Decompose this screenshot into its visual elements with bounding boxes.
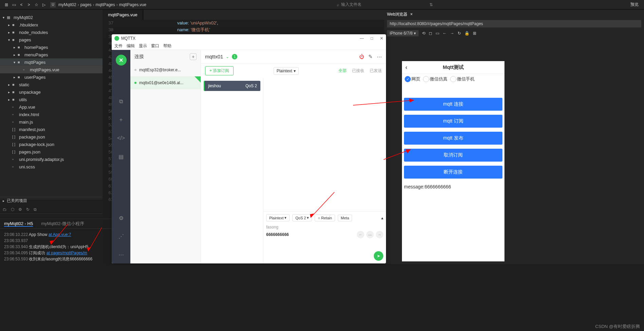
rotate-icon[interactable]: ⟲ bbox=[422, 31, 425, 36]
tree-item[interactable]: ▫main.js bbox=[0, 118, 103, 126]
phone-action-button[interactable]: 取消订阅 bbox=[404, 149, 502, 162]
phone-back-icon[interactable]: ‹ bbox=[405, 64, 407, 71]
link-icon[interactable]: ⧉ bbox=[34, 207, 37, 212]
device-select[interactable]: iPhone 6/7/8 ▾ bbox=[387, 30, 419, 36]
menu-item[interactable]: 帮助 bbox=[163, 43, 171, 49]
message-input[interactable]: 6666666666 bbox=[266, 231, 357, 238]
filter-tab-sent[interactable]: 已发送 bbox=[370, 68, 382, 74]
tree-item[interactable]: ▫mqttPages.vue bbox=[0, 66, 103, 73]
gear-icon[interactable]: ⚙ bbox=[116, 213, 126, 223]
connection-item[interactable]: mqttx01@se0e1486.al... bbox=[130, 76, 201, 89]
minimize-icon[interactable]: — bbox=[360, 36, 364, 41]
tree-item[interactable]: ▾■mqttPages bbox=[0, 58, 103, 66]
database-icon[interactable]: ▤ bbox=[116, 152, 126, 161]
star-icon[interactable]: ☆ bbox=[33, 1, 40, 8]
phone-action-button[interactable]: mqtt 订阅 bbox=[404, 115, 502, 128]
tree-item[interactable]: [ ]pages.json bbox=[0, 148, 103, 155]
tree-item[interactable]: ▫index.html bbox=[0, 111, 103, 118]
breadcrumb-item[interactable]: mqttPages.vue bbox=[119, 2, 146, 7]
close-icon[interactable]: × bbox=[410, 12, 412, 17]
console-tab[interactable]: myMqtt02-微信小程序 bbox=[41, 221, 84, 227]
tree-item[interactable]: ▸■.hbuilderx bbox=[0, 21, 103, 29]
bug-icon[interactable]: ⬡ bbox=[11, 207, 14, 212]
meta-button[interactable]: Meta bbox=[338, 215, 352, 221]
add-subscription-button[interactable]: + 添加订阅 bbox=[205, 66, 234, 75]
browser-tab[interactable]: Web浏览器 × bbox=[387, 12, 412, 17]
plus-icon[interactable]: + bbox=[116, 115, 126, 125]
lock-icon[interactable]: 🔒 bbox=[464, 31, 470, 36]
closed-projects[interactable]: ▸ 已关闭项目 bbox=[0, 197, 103, 204]
filter-tab-received[interactable]: 已接收 bbox=[352, 68, 364, 74]
filter-tab-all[interactable]: 全部 bbox=[338, 68, 347, 74]
power-icon[interactable]: ⏻ bbox=[359, 54, 364, 59]
console-link[interactable]: at pages/mqttPages/m bbox=[47, 251, 87, 255]
expand-icon[interactable]: ◻ bbox=[429, 31, 432, 36]
tree-item[interactable]: ▾■pages bbox=[0, 36, 103, 43]
rss-icon[interactable]: ⋰ bbox=[116, 232, 126, 241]
phone-action-button[interactable]: mqtt 连接 bbox=[404, 98, 502, 111]
grid-icon[interactable]: ⊞ bbox=[473, 31, 476, 36]
back-icon[interactable]: ← bbox=[443, 31, 447, 36]
clear-icon[interactable]: — bbox=[366, 231, 374, 238]
format-select[interactable]: Plaintext ▾ bbox=[274, 67, 299, 75]
menu-item[interactable]: 窗口 bbox=[151, 43, 159, 49]
mqttx-avatar-icon[interactable]: ✕ bbox=[116, 55, 127, 66]
tree-item[interactable]: ▫uni.promisify.adaptor.js bbox=[0, 155, 103, 163]
code-icon[interactable]: </> bbox=[116, 133, 126, 143]
payload-format-select[interactable]: Plaintext ▾ bbox=[266, 214, 290, 221]
forward-icon[interactable]: → bbox=[450, 31, 454, 36]
send-button[interactable]: ➤ bbox=[374, 251, 383, 261]
breadcrumb-item[interactable]: mqttPages bbox=[95, 2, 115, 7]
more-icon[interactable]: ⋯ bbox=[116, 250, 126, 259]
preview-button[interactable]: 预览 bbox=[628, 1, 641, 8]
phone-action-button[interactable]: mqtt 发布 bbox=[404, 132, 502, 145]
breadcrumb-item[interactable]: pages bbox=[80, 2, 92, 7]
mqttx-title-bar[interactable]: MQTTX — □ ✕ bbox=[112, 34, 386, 42]
nav-back-icon[interactable]: < bbox=[18, 1, 25, 8]
connection-item[interactable]: mqttEsp32@broker.e... bbox=[130, 63, 201, 76]
add-connection-button[interactable]: + bbox=[190, 53, 197, 60]
expand-icon[interactable]: ⌄ bbox=[226, 54, 229, 59]
refresh-icon[interactable]: ↻ bbox=[26, 207, 30, 212]
console-tab[interactable]: myMqtt02 - H5 bbox=[4, 221, 33, 227]
tree-item[interactable]: ▸■userPages bbox=[0, 73, 103, 81]
folder-icon[interactable]: 🗀 bbox=[3, 207, 7, 212]
sidebar-toggle-icon[interactable]: ⊞ bbox=[3, 1, 10, 8]
tree-item[interactable]: ▫App.vue bbox=[0, 103, 103, 111]
editor-tab[interactable]: mqttPages.vue bbox=[103, 10, 143, 20]
console-link[interactable]: at App.vue:7 bbox=[49, 232, 71, 237]
more-icon[interactable]: ⋯ bbox=[377, 54, 382, 60]
phone-action-button[interactable]: 断开连接 bbox=[404, 166, 502, 179]
tree-root[interactable]: ▾ ▦ myMqtt02 bbox=[0, 14, 103, 21]
tree-item[interactable]: ▸■static bbox=[0, 81, 103, 88]
search-file[interactable]: ⌕ 输入文件名 bbox=[337, 2, 362, 7]
subscription-item[interactable]: jieshou QoS 2 bbox=[204, 81, 260, 91]
next-icon[interactable]: → bbox=[376, 231, 383, 238]
settings-icon[interactable]: ⚙ bbox=[18, 207, 22, 212]
radio-web[interactable] bbox=[405, 76, 411, 82]
prev-icon[interactable]: ← bbox=[357, 231, 364, 238]
menu-item[interactable]: 显示 bbox=[139, 43, 147, 49]
copy-icon[interactable]: ⧉ bbox=[116, 97, 126, 106]
radio-phone[interactable] bbox=[450, 76, 456, 82]
tree-item[interactable]: [ ]package.json bbox=[0, 133, 103, 141]
tree-item[interactable]: [ ]package-lock.json bbox=[0, 141, 103, 148]
tree-item[interactable]: ▫uni.scss bbox=[0, 163, 103, 170]
retain-toggle[interactable]: ○ Retain bbox=[315, 215, 335, 221]
edit-icon[interactable]: ✎ bbox=[368, 54, 373, 60]
save-icon[interactable]: ▭ bbox=[10, 1, 18, 8]
close-icon[interactable]: ✕ bbox=[380, 36, 383, 41]
tree-item[interactable]: ▸■utils bbox=[0, 96, 103, 103]
newwin-icon[interactable]: ▭ bbox=[436, 31, 439, 36]
radio-sim[interactable] bbox=[423, 76, 429, 82]
run-icon[interactable]: ▷ bbox=[40, 1, 48, 8]
qos-select[interactable]: QoS 2 ▾ bbox=[292, 214, 312, 221]
breadcrumb-item[interactable]: myMqtt02 bbox=[58, 2, 76, 7]
tree-item[interactable]: ▸■node_modules bbox=[0, 29, 103, 36]
menu-item[interactable]: 编辑 bbox=[127, 43, 135, 49]
tree-item[interactable]: ▸■homePages bbox=[0, 43, 103, 51]
tree-item[interactable]: ▸■unpackage bbox=[0, 88, 103, 96]
tree-item[interactable]: ▸■menuPages bbox=[0, 51, 103, 58]
menu-item[interactable]: 文件 bbox=[114, 43, 123, 49]
browser-url-input[interactable]: http://localhost:8080/#/pages/mqttPages/… bbox=[387, 20, 641, 27]
